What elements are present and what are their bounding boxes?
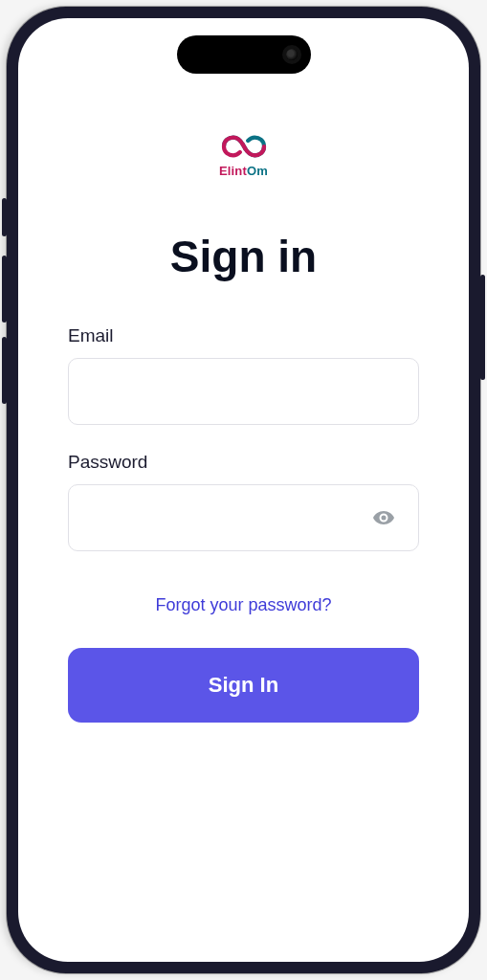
signin-form: Email Password Forgot your password? Sig… xyxy=(68,325,419,723)
password-label: Password xyxy=(68,452,419,473)
signin-button[interactable]: Sign In xyxy=(68,648,419,723)
brand-name: ElintOm xyxy=(219,164,268,178)
phone-screen: ElintOm Sign in Email Password Forgot yo… xyxy=(18,18,469,962)
toggle-password-visibility-button[interactable] xyxy=(366,501,401,535)
dynamic-island xyxy=(177,35,311,74)
email-field[interactable] xyxy=(86,382,401,402)
infinity-logo-icon xyxy=(217,133,271,160)
phone-side-button xyxy=(2,198,7,236)
password-field[interactable] xyxy=(86,508,366,528)
forgot-password-link[interactable]: Forgot your password? xyxy=(68,595,419,615)
phone-frame: ElintOm Sign in Email Password Forgot yo… xyxy=(7,7,480,973)
password-input-wrap[interactable] xyxy=(68,484,419,551)
eye-icon xyxy=(372,506,395,529)
email-label: Email xyxy=(68,325,419,346)
brand-logo: ElintOm xyxy=(217,133,271,178)
page-title: Sign in xyxy=(170,231,317,282)
email-input-wrap[interactable] xyxy=(68,358,419,425)
phone-power-button xyxy=(480,275,485,380)
brand-name-part1: Elint xyxy=(219,164,247,178)
brand-name-part2: Om xyxy=(247,164,268,178)
phone-volume-down xyxy=(2,337,7,404)
phone-volume-up xyxy=(2,256,7,323)
